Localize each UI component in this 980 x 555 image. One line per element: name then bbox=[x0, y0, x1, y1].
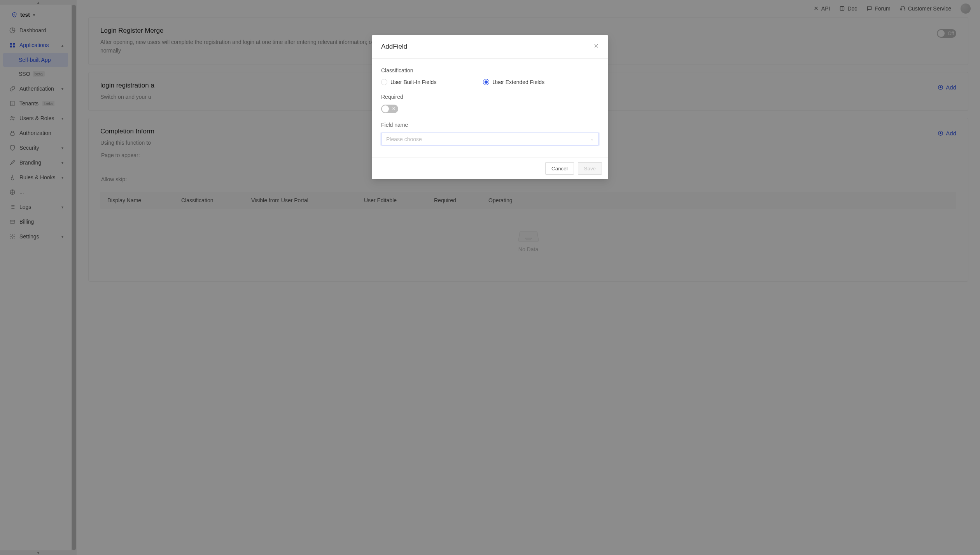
save-button[interactable]: Save bbox=[578, 162, 602, 175]
x-icon: ✕ bbox=[392, 106, 396, 111]
required-label: Required bbox=[381, 94, 599, 100]
field-name-select[interactable]: Please choose ⌄ bbox=[381, 133, 599, 145]
modal-close-button[interactable] bbox=[593, 43, 599, 50]
radio-dot-icon bbox=[381, 79, 387, 85]
modal-title: AddField bbox=[381, 43, 407, 51]
radio-builtin[interactable]: User Built-In Fields bbox=[381, 79, 436, 85]
radio-dot-icon bbox=[483, 79, 489, 85]
chevron-down-icon: ⌄ bbox=[590, 137, 594, 142]
classification-label: Classification bbox=[381, 67, 599, 74]
cancel-button[interactable]: Cancel bbox=[545, 162, 574, 175]
add-field-modal: AddField Classification User Built-In Fi… bbox=[372, 35, 608, 179]
radio-label: User Built-In Fields bbox=[390, 79, 436, 85]
radio-extended[interactable]: User Extended Fields bbox=[483, 79, 544, 85]
close-icon bbox=[593, 43, 599, 49]
select-placeholder: Please choose bbox=[386, 136, 422, 142]
radio-label: User Extended Fields bbox=[492, 79, 544, 85]
required-toggle[interactable]: ✕ bbox=[381, 105, 398, 113]
field-name-label: Field name bbox=[381, 122, 599, 128]
